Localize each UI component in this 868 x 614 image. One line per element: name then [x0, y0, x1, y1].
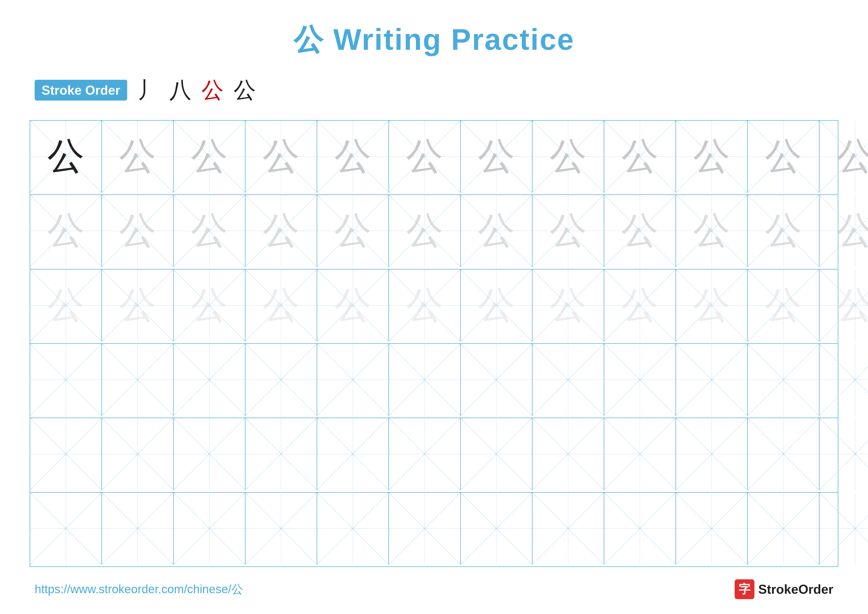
- grid-cell[interactable]: [102, 418, 174, 490]
- grid-cell: 公: [30, 269, 102, 341]
- grid-cell[interactable]: [245, 344, 317, 416]
- grid-cell: 公: [317, 195, 389, 267]
- grid-cell: 公: [389, 195, 461, 267]
- grid-cell[interactable]: [389, 344, 461, 416]
- grid-cell[interactable]: [174, 493, 245, 564]
- grid-cell[interactable]: [676, 418, 748, 490]
- grid-cell[interactable]: [748, 344, 820, 416]
- grid-cell[interactable]: [820, 418, 868, 490]
- char-light3: 公: [30, 269, 101, 341]
- char-light1: 公: [820, 121, 868, 193]
- char-light2: 公: [174, 195, 245, 267]
- stroke-order-badge: Stroke Order: [35, 80, 127, 101]
- grid-cell[interactable]: [461, 493, 532, 564]
- grid-cell[interactable]: [174, 344, 245, 416]
- grid-cell: 公: [30, 121, 102, 193]
- stroke-4: 公: [234, 75, 256, 105]
- char-light1: 公: [532, 121, 604, 193]
- grid-cell[interactable]: [317, 344, 389, 416]
- grid-cell[interactable]: [30, 418, 102, 490]
- brand-name: StrokeOrder: [758, 582, 833, 597]
- grid-cell[interactable]: [461, 418, 532, 490]
- grid-cell[interactable]: [676, 493, 748, 564]
- grid-cell[interactable]: [102, 493, 174, 564]
- char-light1: 公: [389, 121, 460, 193]
- grid-cell[interactable]: [389, 418, 461, 490]
- grid-row-4: [30, 344, 838, 418]
- char-light2: 公: [676, 195, 747, 267]
- char-light2: 公: [245, 195, 317, 267]
- char-light2: 公: [604, 195, 676, 267]
- grid-cell[interactable]: [389, 493, 461, 564]
- char-light3: 公: [748, 269, 819, 341]
- grid-cell[interactable]: [317, 493, 389, 564]
- grid-cell[interactable]: [820, 493, 868, 564]
- grid-cell[interactable]: [532, 344, 604, 416]
- char-light3: 公: [532, 269, 604, 341]
- footer-logo: 字 StrokeOrder: [735, 579, 833, 599]
- char-light3: 公: [820, 269, 868, 341]
- grid-cell: 公: [461, 121, 532, 193]
- grid-cell[interactable]: [245, 493, 317, 564]
- footer-url[interactable]: https://www.strokeorder.com/chinese/公: [35, 581, 243, 597]
- grid-cell: 公: [820, 121, 868, 193]
- title-chinese: 公: [293, 23, 324, 56]
- grid-cell: 公: [820, 269, 868, 341]
- stroke-2: 八: [169, 75, 192, 105]
- grid-cell[interactable]: [820, 344, 868, 416]
- grid-cell: 公: [532, 269, 604, 341]
- char-light1: 公: [748, 121, 819, 193]
- grid-cell[interactable]: [317, 418, 389, 490]
- char-light3: 公: [676, 269, 747, 341]
- grid-cell[interactable]: [604, 344, 676, 416]
- grid-cell[interactable]: [748, 418, 820, 490]
- grid-cell: 公: [317, 269, 389, 341]
- grid-cell[interactable]: [532, 493, 604, 564]
- grid-cell: 公: [102, 195, 174, 267]
- grid-cell: 公: [102, 121, 174, 193]
- grid-cell[interactable]: [245, 418, 317, 490]
- grid-cell: 公: [676, 195, 748, 267]
- char-light3: 公: [389, 269, 460, 341]
- page-title: 公 Writing Practice: [293, 20, 575, 60]
- page: 公 Writing Practice Stroke Order 丿 八 公 公 …: [0, 0, 868, 614]
- grid-cell: 公: [102, 269, 174, 341]
- char-light1: 公: [174, 121, 245, 193]
- grid-cell[interactable]: [174, 418, 245, 490]
- char-light2: 公: [461, 195, 532, 267]
- stroke-order-row: Stroke Order 丿 八 公 公: [30, 75, 838, 105]
- logo-icon: 字: [735, 579, 755, 599]
- grid-cell: 公: [532, 195, 604, 267]
- char-light2: 公: [532, 195, 604, 267]
- grid-cell: 公: [30, 195, 102, 267]
- grid-cell: 公: [604, 121, 676, 193]
- grid-cell[interactable]: [30, 493, 102, 564]
- grid-cell[interactable]: [604, 418, 676, 490]
- footer: https://www.strokeorder.com/chinese/公 字 …: [30, 579, 838, 599]
- grid-cell[interactable]: [532, 418, 604, 490]
- grid-cell[interactable]: [30, 344, 102, 416]
- char-light3: 公: [174, 269, 245, 341]
- grid-cell: 公: [604, 195, 676, 267]
- grid-cell: 公: [461, 269, 532, 341]
- grid-cell[interactable]: [461, 344, 532, 416]
- grid-cell: 公: [245, 195, 317, 267]
- char-light2: 公: [748, 195, 819, 267]
- grid-cell: 公: [820, 195, 868, 267]
- char-light1: 公: [676, 121, 747, 193]
- grid-cell[interactable]: [102, 344, 174, 416]
- char-light3: 公: [102, 269, 173, 341]
- char-light3: 公: [317, 269, 389, 341]
- grid-cell[interactable]: [748, 493, 820, 564]
- char-light1: 公: [604, 121, 676, 193]
- grid-cell: 公: [676, 121, 748, 193]
- grid-cell[interactable]: [676, 344, 748, 416]
- grid-cell: 公: [604, 269, 676, 341]
- char-light1: 公: [317, 121, 389, 193]
- char-solid: 公: [30, 121, 101, 193]
- stroke-1: 丿: [137, 75, 160, 105]
- grid-cell: 公: [174, 121, 245, 193]
- grid-cell: 公: [245, 121, 317, 193]
- grid-cell: 公: [748, 269, 820, 341]
- grid-cell[interactable]: [604, 493, 676, 564]
